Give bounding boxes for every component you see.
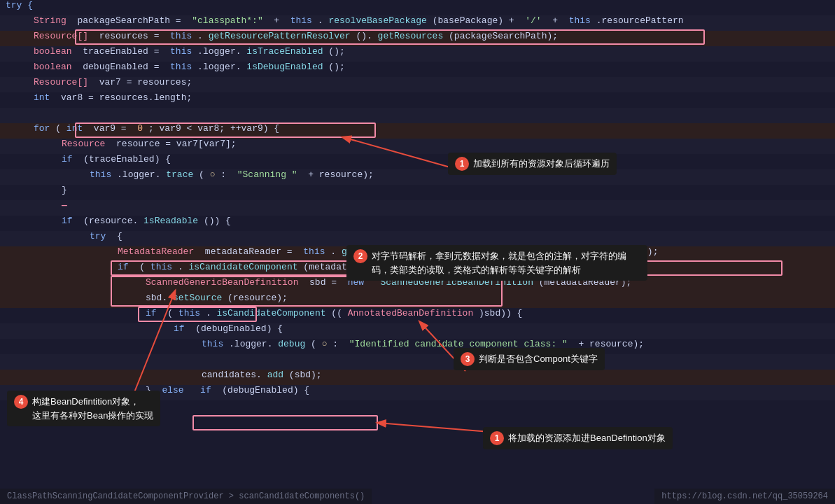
bottom-url: https://blog.csdn.net/qq_35059264 — [654, 489, 835, 504]
code-keyword: try — [6, 0, 22, 10]
annotation-1a: 1 加载到所有的资源对象后循环遍历 — [448, 153, 617, 175]
annotation-3: 3 判断是否包含Compont关键字 — [454, 348, 605, 370]
annotation-4: 4 构建BeanDefintition对象，这里有各种对Bean操作的实现 — [7, 391, 160, 426]
annotation-2: 2 对字节码解析，拿到元数据对象，就是包含的注解，对字符的编码，类部类的读取，类… — [346, 245, 647, 281]
bottom-class-bar: ClassPathScanningCandidateComponentProvi… — [0, 489, 372, 504]
annotation-1b: 1 将加载的资源添加进BeanDefintion对象 — [483, 427, 673, 449]
